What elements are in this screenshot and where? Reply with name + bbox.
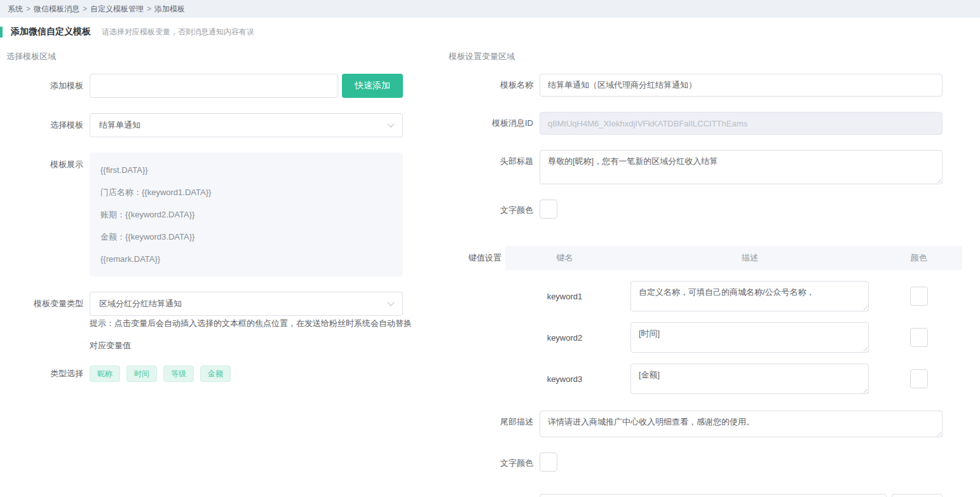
kv-table-header: 键名 描述 颜色 xyxy=(505,246,962,270)
breadcrumb-item-system[interactable]: 系统 xyxy=(8,4,23,15)
chevron-down-icon xyxy=(387,120,394,127)
template-msg-id-label: 模板消息ID xyxy=(449,112,540,135)
choose-link-button[interactable]: 选择链接 xyxy=(892,494,943,497)
preview-line: {{first.DATA}} xyxy=(100,159,392,181)
kv-row-keyword3: keyword3 [金额] xyxy=(505,364,962,394)
preview-line: 金额：{{keyword3.DATA}} xyxy=(100,226,392,248)
select-template-label: 选择模板 xyxy=(0,113,90,137)
type-select-label: 类型选择 xyxy=(0,365,90,382)
jump-link-input[interactable] xyxy=(540,494,887,497)
kv-color-picker-keyword1[interactable] xyxy=(910,287,928,306)
type-tag-level[interactable]: 等级 xyxy=(163,365,194,382)
breadcrumb-item-wechat-template-message[interactable]: 微信模板消息 xyxy=(34,4,79,15)
kv-color-picker-keyword2[interactable] xyxy=(910,328,928,347)
variable-type-dropdown[interactable]: 区域分红分红结算通知 xyxy=(90,292,403,316)
page-header: 添加微信自定义模板 请选择对应模板变量，否则消息通知内容有误 xyxy=(0,24,980,39)
page-hint: 请选择对应模板变量，否则消息通知内容有误 xyxy=(102,27,254,37)
kv-desc-textarea-keyword1[interactable]: 自定义名称，可填自己的商城名称/公众号名称， xyxy=(630,281,869,311)
kv-desc-textarea-keyword2[interactable]: [时间] xyxy=(630,322,869,353)
breadcrumb-separator: > xyxy=(26,4,31,13)
template-msg-id-input xyxy=(540,112,943,135)
template-preview-label: 模板展示 xyxy=(0,153,90,177)
text-color-top-label: 文字颜色 xyxy=(449,201,540,220)
add-template-label: 添加模板 xyxy=(0,74,90,98)
chevron-down-icon xyxy=(915,333,922,340)
kv-settings-label: 键值设置 xyxy=(449,246,505,270)
variable-tip-text: 提示：点击变量后会自动插入选择的文本框的焦点位置，在发送给粉丝时系统会自动替换对… xyxy=(90,312,418,357)
kv-key-name: keyword2 xyxy=(505,333,624,343)
template-name-label: 模板名称 xyxy=(449,74,540,97)
kv-desc-textarea-keyword3[interactable]: [金额] xyxy=(630,364,869,394)
chevron-down-icon xyxy=(545,205,552,212)
jump-link-label: 跳转链接地址 xyxy=(449,494,540,497)
variable-type-label: 模板变量类型 xyxy=(0,292,90,316)
type-tag-time[interactable]: 时间 xyxy=(126,365,157,382)
chevron-down-icon xyxy=(915,374,922,381)
add-template-input[interactable] xyxy=(90,74,338,98)
chevron-down-icon xyxy=(545,458,552,465)
kv-col-key-header: 键名 xyxy=(505,252,624,264)
select-template-value: 结算单通知 xyxy=(99,119,140,131)
quick-add-button[interactable]: 快速添加 xyxy=(342,74,403,98)
text-color-top-picker[interactable] xyxy=(540,200,557,219)
kv-col-desc-header: 描述 xyxy=(624,252,875,264)
type-tag-nickname[interactable]: 昵称 xyxy=(90,365,120,382)
kv-row-keyword2: keyword2 [时间] xyxy=(505,322,962,353)
text-color-bottom-label: 文字颜色 xyxy=(449,454,540,473)
footer-desc-label: 尾部描述 xyxy=(449,411,540,433)
kv-key-name: keyword3 xyxy=(505,374,624,384)
breadcrumb-separator: > xyxy=(147,4,151,13)
breadcrumb-item-custom-template-management[interactable]: 自定义模板管理 xyxy=(90,4,144,15)
breadcrumb: 系统 > 微信模板消息 > 自定义模板管理 > 添加模板 xyxy=(0,0,980,18)
breadcrumb-separator: > xyxy=(83,4,87,13)
kv-row-keyword1: keyword1 自定义名称，可填自己的商城名称/公众号名称， xyxy=(505,281,962,311)
accent-bar xyxy=(0,27,3,37)
preview-line: 账期：{{keyword2.DATA}} xyxy=(100,203,392,226)
right-section-title: 模板设置变量区域 xyxy=(449,51,980,62)
left-section-title: 选择模板区域 xyxy=(6,51,449,62)
select-template-dropdown[interactable]: 结算单通知 xyxy=(90,113,403,137)
template-name-input[interactable] xyxy=(540,74,943,97)
page-title: 添加微信自定义模板 xyxy=(11,26,91,37)
kv-key-name: keyword1 xyxy=(505,292,624,301)
template-variable-section: 模板设置变量区域 模板名称 模板消息ID 头部标题 尊敬的[昵称]，您有一笔新的… xyxy=(449,48,980,497)
breadcrumb-item-add-template[interactable]: 添加模板 xyxy=(154,4,185,15)
kv-table: 键名 描述 颜色 keyword1 自定义名称，可填自己的商城名称/公众号名称， xyxy=(505,246,962,394)
template-preview-box: {{first.DATA}} 门店名称：{{keyword1.DATA}} 账期… xyxy=(90,153,403,276)
variable-type-value: 区域分红分红结算通知 xyxy=(99,298,182,310)
header-title-label: 头部标题 xyxy=(449,150,540,173)
select-template-section: 选择模板区域 添加模板 快速添加 选择模板 结算单通知 模板展示 xyxy=(0,48,449,497)
preview-line: {{remark.DATA}} xyxy=(100,248,392,270)
chevron-down-icon xyxy=(387,299,394,306)
preview-line: 门店名称：{{keyword1.DATA}} xyxy=(100,181,392,203)
footer-desc-textarea[interactable]: 详情请进入商城推广中心收入明细查看，感谢您的使用。 xyxy=(540,411,943,437)
kv-col-color-header: 颜色 xyxy=(875,252,962,264)
chevron-down-icon xyxy=(915,292,922,299)
text-color-bottom-picker[interactable] xyxy=(540,453,557,472)
type-tag-amount[interactable]: 金额 xyxy=(200,365,231,382)
header-title-textarea[interactable]: 尊敬的[昵称]，您有一笔新的区域分红收入结算 xyxy=(540,150,943,184)
kv-color-picker-keyword3[interactable] xyxy=(910,369,928,388)
